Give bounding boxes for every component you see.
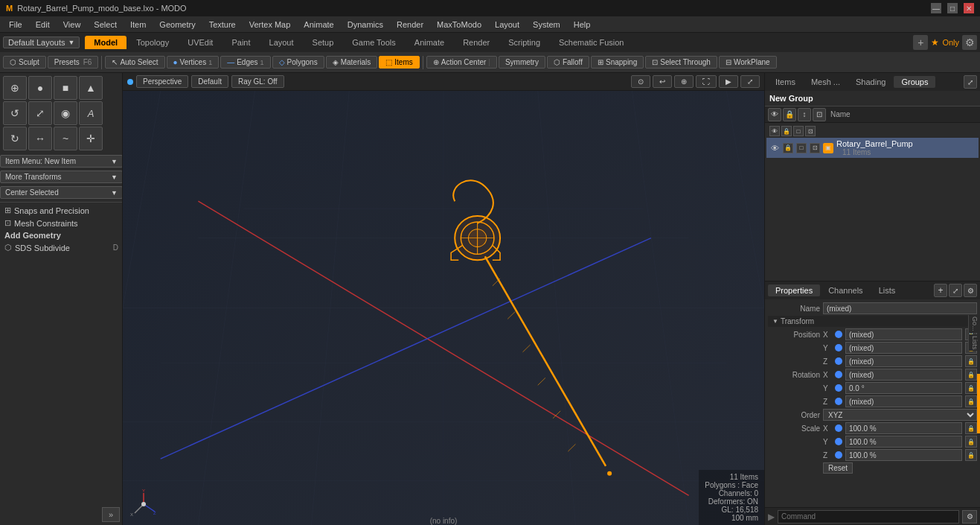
lock-button[interactable]: 🔒 — [783, 108, 796, 121]
position-y-input[interactable] — [845, 342, 962, 354]
menu-texture[interactable]: Texture — [203, 19, 242, 31]
visibility-toggle-button[interactable]: 👁 — [768, 108, 781, 121]
presets-button[interactable]: Presets F6 — [48, 56, 99, 69]
eye-icon-header[interactable]: 👁 — [769, 126, 780, 136]
select-icon-header[interactable]: ⊡ — [805, 126, 816, 136]
add-tab-button[interactable]: + — [913, 35, 928, 50]
items-button[interactable]: ⬚ Items — [379, 56, 419, 69]
perspective-button[interactable]: Perspective — [136, 75, 188, 88]
render-icon-header[interactable]: □ — [793, 126, 804, 136]
command-run-button[interactable]: ⚙ — [962, 510, 977, 524]
scale-y-dot[interactable] — [835, 438, 842, 445]
name-input[interactable] — [823, 302, 977, 314]
inflate-tool-button[interactable]: ◉ — [54, 101, 77, 125]
smooth-tool-button[interactable]: ~ — [54, 127, 77, 150]
rotation-x-input[interactable] — [845, 369, 962, 381]
item-eye-btn[interactable]: 👁 — [769, 143, 780, 153]
rotation-z-input[interactable] — [845, 395, 962, 407]
position-x-dot[interactable] — [835, 331, 842, 338]
position-y-dot[interactable] — [835, 344, 842, 351]
snaps-precision-item[interactable]: ⊞ Snaps and Precision — [0, 204, 123, 217]
tab-gametools[interactable]: Game Tools — [343, 36, 405, 49]
cube-tool-button[interactable]: ■ — [54, 76, 77, 100]
edges-button[interactable]: — Edges 1 — [220, 56, 270, 69]
go-label-2[interactable]: Lists — [968, 334, 980, 351]
transform-section-header[interactable]: ▼ Transform — [768, 316, 977, 327]
reset-button[interactable]: Reset — [823, 462, 853, 474]
item-menu-dropdown[interactable]: Item Menu: New Item ▼ — [0, 155, 123, 168]
vertices-button[interactable]: ● Vertices 1 — [167, 56, 220, 69]
rotation-y-input[interactable] — [845, 382, 962, 394]
expand-collapse-button[interactable]: ↕ — [798, 108, 811, 121]
menu-vertexmap[interactable]: Vertex Map — [243, 19, 297, 31]
menu-layout[interactable]: Layout — [489, 19, 525, 31]
tab-setup[interactable]: Setup — [304, 36, 343, 49]
close-button[interactable]: ✕ — [964, 3, 974, 13]
tab-mesh[interactable]: Mesh ... — [804, 76, 848, 88]
maximize-view-button[interactable]: ⛶ — [696, 75, 717, 88]
collapse-panel-button[interactable]: » — [102, 507, 120, 522]
layout-settings-button[interactable]: ⚙ — [962, 35, 977, 50]
item-lock-btn[interactable]: 🔒 — [783, 143, 793, 153]
menu-select[interactable]: Select — [88, 19, 123, 31]
center-selected-dropdown[interactable]: Center Selected ▼ — [0, 186, 123, 199]
item-sel-btn[interactable]: ⊡ — [810, 143, 820, 153]
sculpt-button[interactable]: ⬡ Sculpt — [3, 56, 46, 69]
rotation-y-lock-btn[interactable]: 🔒 — [965, 382, 977, 394]
rotate-tool-button[interactable]: ↻ — [3, 127, 27, 150]
scale-y-input[interactable] — [845, 436, 962, 448]
item-render-btn[interactable]: □ — [796, 143, 807, 153]
tab-layout[interactable]: Layout — [260, 36, 303, 49]
menu-geometry[interactable]: Geometry — [153, 19, 201, 31]
move-tool-button[interactable]: ⤢ — [28, 101, 52, 125]
rpanel-expand-button[interactable]: ⤢ — [964, 75, 977, 89]
fit-view-button[interactable]: ⊕ — [674, 75, 694, 88]
scale-z-dot[interactable] — [835, 451, 842, 459]
menu-animate[interactable]: Animate — [298, 19, 339, 31]
position-x-input[interactable] — [845, 328, 962, 340]
expand-view-button[interactable]: ⤢ — [740, 75, 760, 88]
materials-button[interactable]: ◈ Materials — [326, 56, 378, 69]
props-tab-lists[interactable]: Lists — [871, 284, 903, 296]
props-tab-properties[interactable]: Properties — [768, 284, 820, 296]
layout-dropdown[interactable]: Default Layouts ▼ — [3, 36, 80, 48]
select-button[interactable]: ⊡ — [813, 108, 826, 121]
menu-view[interactable]: View — [57, 19, 87, 31]
menu-help[interactable]: Help — [568, 19, 597, 31]
rotation-z-lock-btn[interactable]: 🔒 — [965, 395, 977, 407]
menu-file[interactable]: File — [3, 19, 28, 31]
menu-edit[interactable]: Edit — [30, 19, 56, 31]
falloff-button[interactable]: ⬡ Falloff — [547, 56, 589, 69]
menu-render[interactable]: Render — [391, 19, 429, 31]
maximize-button[interactable]: □ — [947, 3, 958, 13]
go-label-1[interactable]: Go... — [968, 315, 980, 333]
minimize-button[interactable]: — — [931, 3, 941, 13]
tab-model[interactable]: Model — [85, 36, 126, 49]
ray-gl-button[interactable]: Ray GL: Off — [231, 75, 284, 88]
tab-scripting[interactable]: Scripting — [499, 36, 549, 49]
rotate-xy-tool-button[interactable]: ⊕ — [3, 76, 27, 100]
position-z-dot[interactable] — [835, 357, 842, 365]
scale-tool-button[interactable]: ↔ — [28, 127, 52, 150]
rotation-y-dot[interactable] — [835, 384, 842, 392]
tab-schematic[interactable]: Schematic Fusion — [550, 36, 632, 49]
rotation-z-dot[interactable] — [835, 398, 842, 405]
rotation-x-lock-btn[interactable]: 🔒 — [965, 369, 977, 381]
scale-x-input[interactable] — [845, 422, 962, 434]
tab-groups[interactable]: Groups — [894, 76, 935, 88]
menu-maxtomodo[interactable]: MaxToModo — [431, 19, 487, 31]
add-geometry-item[interactable]: Add Geometry — [0, 229, 123, 241]
scale-z-input[interactable] — [845, 449, 962, 461]
action-center-button[interactable]: ⊕ Action Center | — [426, 56, 497, 69]
menu-item[interactable]: Item — [124, 19, 152, 31]
mesh-constraints-item[interactable]: ⊡ Mesh Constraints — [0, 217, 123, 229]
scale-x-dot[interactable] — [835, 424, 842, 432]
symmetry-button[interactable]: Symmetry — [499, 56, 545, 69]
menu-system[interactable]: System — [527, 19, 566, 31]
select-through-button[interactable]: ⊡ Select Through — [645, 56, 717, 69]
more-transforms-dropdown[interactable]: More Transforms ▼ — [0, 171, 123, 183]
cone-tool-button[interactable]: ▲ — [79, 76, 103, 100]
sds-subdivide-item[interactable]: ⬡ SDS Subdivide D — [0, 241, 123, 254]
lock-icon-header[interactable]: 🔒 — [781, 126, 792, 136]
scale-x-lock-btn[interactable]: 🔒 — [965, 422, 977, 434]
